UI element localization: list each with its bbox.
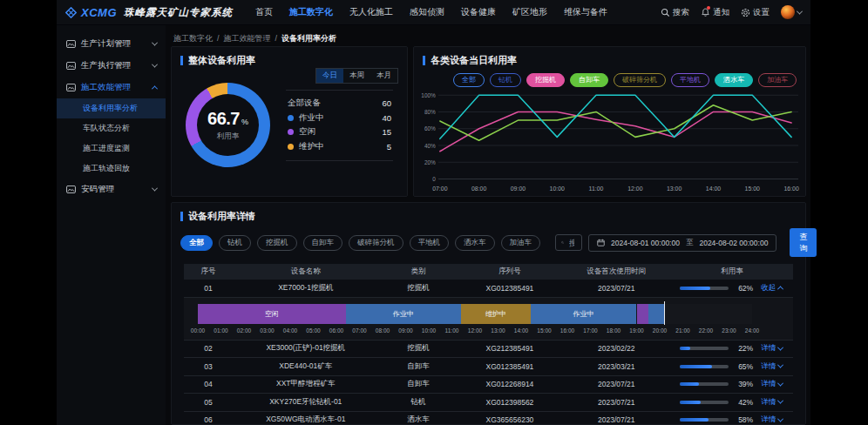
- timeline-tick: 22:00: [699, 327, 713, 334]
- breadcrumb-item-1[interactable]: 施工效能管理: [224, 33, 271, 44]
- nav-item-6[interactable]: 维保与备件: [564, 6, 607, 18]
- search-button[interactable]: 搜索: [661, 7, 689, 18]
- timeline-bar: 空闲作业中维护中作业中: [198, 304, 752, 324]
- timeline-tick: 06:00: [329, 327, 343, 334]
- top-bar: XCMG 珠峰露天矿山专家系统 首页施工数字化无人化施工感知侦测设备健康矿区地形…: [57, 0, 810, 25]
- category-legend-chips: 全部钻机挖掘机自卸车破碎筛分机平地机洒水车加油车: [414, 67, 805, 89]
- cell-rate: 65%详情: [671, 361, 793, 372]
- timeline-segment-1: 作业中: [346, 304, 462, 324]
- utilization-details-card: 设备利用率详情 全部钻机挖掘机自卸车破碎筛分机平地机洒水车加油车 2024-08…: [171, 202, 806, 425]
- legend-chip-0[interactable]: 全部: [453, 73, 485, 87]
- legend-chip-1[interactable]: 钻机: [490, 73, 521, 87]
- filter-chip-1[interactable]: 钻机: [219, 235, 251, 251]
- timeline-tick: 24:00: [745, 327, 759, 334]
- tab-1[interactable]: 本周: [343, 69, 370, 83]
- legend-chip-6[interactable]: 洒水车: [715, 73, 753, 87]
- chevron-down-icon: [797, 8, 803, 14]
- cell-name: XDE440-01矿车: [233, 361, 379, 372]
- date-range-picker[interactable]: 2024-08-01 00:00:00 至 2024-08-02 00:00:0…: [588, 234, 776, 252]
- detail-link[interactable]: 详情: [761, 397, 783, 408]
- legend-chip-4[interactable]: 破碎筛分机: [614, 73, 666, 87]
- table-search[interactable]: [555, 234, 582, 251]
- cell-category: 洒水车: [379, 415, 458, 425]
- sidebar-group-0[interactable]: 生产计划管理: [57, 33, 166, 55]
- filter-chip-4[interactable]: 破碎筛分机: [349, 235, 403, 251]
- timeline-tick: 01:00: [214, 327, 227, 334]
- search-input[interactable]: [567, 238, 576, 248]
- filter-chip-2[interactable]: 挖掘机: [257, 235, 297, 251]
- sidebar-group-2[interactable]: 施工效能管理: [57, 77, 166, 98]
- settings-button[interactable]: 设置: [741, 7, 770, 18]
- cell-category: 挖掘机: [379, 283, 458, 293]
- filter-chip-3[interactable]: 自卸车: [303, 235, 343, 251]
- collapse-link[interactable]: 收起: [761, 283, 783, 293]
- svg-text:16:00: 16:00: [783, 186, 798, 192]
- cell-first-use: 2023/07/21: [561, 415, 671, 424]
- timeline-tick: 02:00: [237, 327, 251, 334]
- legend-chip-7[interactable]: 加油车: [758, 73, 797, 87]
- sidebar-item-2-1[interactable]: 车队状态分析: [57, 118, 166, 138]
- nav-item-1[interactable]: 施工数字化: [289, 6, 333, 18]
- table-row: 06XG50WG电动洒水车-01洒水车XG3656562302023/07/21…: [184, 412, 793, 425]
- rate-percent: 65%: [733, 362, 753, 371]
- timeline-tick: 21:00: [675, 327, 689, 334]
- timeline-cursor: [664, 301, 665, 325]
- sidebar-item-2-0[interactable]: 设备利用率分析: [57, 98, 166, 118]
- legend-chip-3[interactable]: 自卸车: [570, 73, 608, 87]
- timeline-tick: 16:00: [560, 327, 574, 334]
- notifications-button[interactable]: 通知: [701, 7, 729, 18]
- tab-0[interactable]: 今日: [316, 69, 343, 83]
- filter-chip-5[interactable]: 平地机: [410, 235, 450, 251]
- progress-bar: [680, 365, 729, 368]
- filter-chip-6[interactable]: 洒水车: [455, 235, 495, 251]
- notification-badge: [707, 6, 710, 10]
- filter-chip-0[interactable]: 全部: [180, 235, 213, 251]
- nav-item-0[interactable]: 首页: [255, 6, 273, 18]
- sidebar-item-2-3[interactable]: 施工轨迹回放: [57, 159, 166, 179]
- timeline-tick: 08:00: [376, 327, 390, 334]
- cell-rate: 42%详情: [671, 397, 793, 408]
- folder-icon: [66, 84, 76, 91]
- sidebar-group-3[interactable]: 安码管理: [57, 179, 166, 200]
- filter-chips: 全部钻机挖掘机自卸车破碎筛分机平地机洒水车加油车: [180, 235, 540, 251]
- card-title: 各类设备当日利用率: [431, 54, 517, 67]
- progress-fill: [680, 382, 699, 386]
- status-timeline: 空闲作业中维护中作业中00:0001:0002:0003:0004:0005:0…: [184, 298, 793, 341]
- detail-link[interactable]: 详情: [761, 415, 783, 425]
- tab-2[interactable]: 本月: [370, 69, 397, 83]
- nav-item-5[interactable]: 矿区地形: [512, 6, 547, 18]
- column-header-0: 序号: [184, 266, 233, 277]
- legend-chip-5[interactable]: 平地机: [671, 73, 709, 87]
- rate-percent: 42%: [733, 398, 753, 407]
- top-nav: 首页施工数字化无人化施工感知侦测设备健康矿区地形维保与备件: [255, 6, 607, 18]
- detail-link[interactable]: 详情: [761, 379, 783, 389]
- timeline-tick: 05:00: [306, 327, 320, 334]
- table-header: 序号设备名称类别序列号设备首次使用时间利用率: [184, 264, 793, 280]
- cell-category: 挖掘机: [379, 343, 458, 354]
- breadcrumb-item-0[interactable]: 施工数字化: [173, 33, 213, 44]
- sidebar-group-1[interactable]: 生产执行管理: [57, 55, 166, 77]
- nav-item-2[interactable]: 无人化施工: [349, 6, 393, 18]
- filter-chip-7[interactable]: 加油车: [501, 235, 541, 251]
- detail-link[interactable]: 详情: [761, 343, 783, 354]
- timeline-axis: 00:0001:0002:0003:0004:0005:0006:0007:00…: [198, 327, 752, 337]
- category-utilization-card: 各类设备当日利用率 全部钻机挖掘机自卸车破碎筛分机平地机洒水车加油车 100%8…: [413, 46, 806, 197]
- query-button[interactable]: 查询: [790, 228, 817, 257]
- cell-name: XE3000(正铲)-01挖掘机: [233, 343, 379, 354]
- legend-chip-2[interactable]: 挖掘机: [526, 73, 565, 87]
- stat-label: 作业中: [299, 112, 324, 124]
- timeline-tick: 18:00: [607, 327, 620, 334]
- cell-no: 06: [184, 415, 233, 424]
- nav-item-3[interactable]: 感知侦测: [410, 6, 444, 18]
- donut-center: 66.7 % 利用率: [197, 94, 259, 156]
- timeline-tick: 11:00: [445, 327, 459, 334]
- folder-icon: [66, 40, 76, 48]
- svg-text:20%: 20%: [424, 159, 436, 165]
- user-menu[interactable]: [781, 5, 802, 19]
- table-row: 05XKY270E牙轮钻机-01钻机XG0123985622023/07/214…: [184, 394, 793, 412]
- sidebar-item-2-2[interactable]: 施工进度监测: [57, 138, 166, 159]
- rate-percent: 39%: [733, 380, 753, 388]
- detail-link[interactable]: 详情: [761, 361, 783, 372]
- nav-item-4[interactable]: 设备健康: [461, 6, 496, 18]
- cell-name: XG50WG电动洒水车-01: [233, 415, 379, 425]
